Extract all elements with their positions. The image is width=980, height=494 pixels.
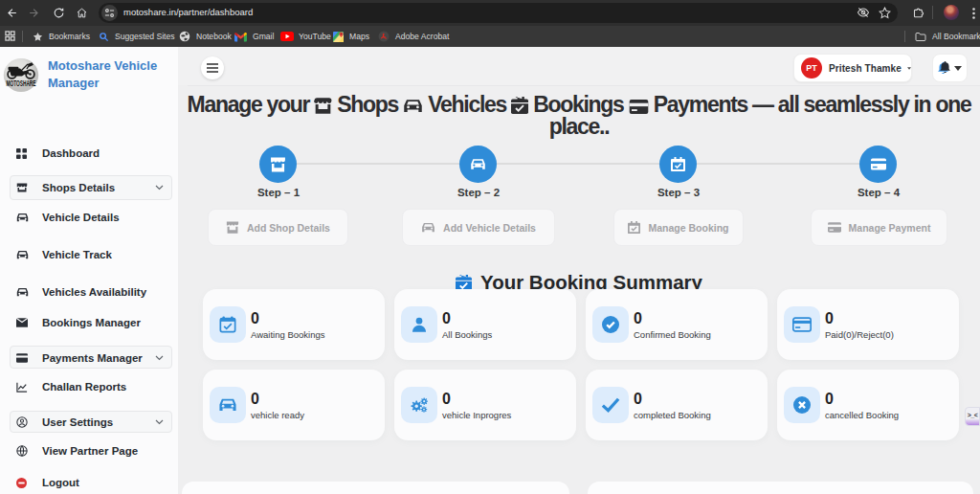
svg-text:MOTOSHARE: MOTOSHARE (7, 78, 36, 88)
